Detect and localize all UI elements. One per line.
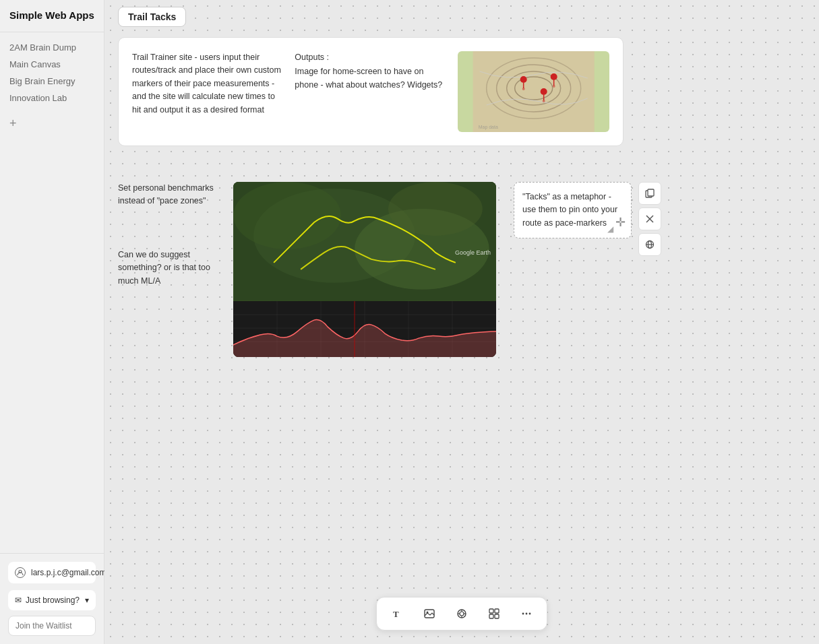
waitlist-input[interactable] (8, 616, 96, 636)
svg-rect-47 (489, 614, 493, 618)
benchmark-text: Set personal benchmarks instead of "pace… (118, 182, 222, 208)
earth-overlay: Google Earth (233, 182, 496, 357)
svg-point-17 (233, 182, 341, 249)
outputs-block: Outputs : Image for home-screen to have … (295, 51, 446, 132)
browsing-dropdown[interactable]: ✉ Just browsing? ▾ (8, 590, 96, 610)
sidebar-bottom: lars.p.j.c@gmail.com ✉ Just browsing? ▾ (0, 553, 104, 644)
svg-text:T: T (393, 609, 399, 619)
user-row: lars.p.j.c@gmail.com (8, 562, 96, 583)
image-tool-button[interactable] (419, 603, 440, 624)
svg-point-40 (460, 612, 464, 616)
svg-point-12 (552, 85, 555, 88)
grid-tool-button[interactable] (483, 603, 505, 624)
tab-label: Trail Tacks (128, 11, 176, 22)
svg-rect-1 (473, 51, 594, 132)
drag-handle[interactable]: ✛ (615, 214, 626, 232)
sidebar-item-2am[interactable]: 2AM Brain Dump (0, 39, 104, 56)
sticky-note-container: "Tacks" as a metaphor - use them to pin … (514, 182, 632, 238)
user-email: lars.p.j.c@gmail.com (31, 568, 107, 577)
outputs-label: Outputs : (295, 51, 446, 64)
content-card: Trail Trainer site - users input their r… (118, 37, 624, 146)
chevron-down-icon: ▾ (85, 595, 89, 605)
map-thumbnail: Map data (458, 51, 609, 132)
svg-point-18 (388, 182, 483, 236)
main-canvas: Trail Tacks Trail Trainer site - users i… (104, 0, 819, 644)
svg-point-10 (542, 100, 545, 102)
brain-tool-button[interactable] (451, 603, 473, 624)
user-icon (15, 567, 26, 578)
more-options-button[interactable] (516, 603, 537, 624)
sticky-actions (638, 182, 661, 256)
svg-point-49 (522, 613, 524, 615)
svg-text:Map data: Map data (478, 125, 497, 130)
svg-rect-45 (489, 609, 493, 613)
svg-rect-46 (495, 609, 499, 613)
description-text: Trail Trainer site - users input their r… (132, 51, 284, 132)
svg-point-11 (550, 73, 557, 80)
bottom-toolbar: T (376, 597, 547, 631)
sidebar-item-main-canvas[interactable]: Main Canvas (0, 56, 104, 73)
google-earth-image: Google Earth (233, 182, 496, 357)
envelope-icon: ✉ (15, 595, 22, 605)
svg-point-7 (520, 76, 526, 83)
copy-button[interactable] (638, 182, 661, 205)
resize-handle[interactable]: ◢ (607, 223, 613, 236)
svg-point-51 (529, 613, 531, 615)
svg-rect-48 (495, 614, 499, 618)
outputs-text: Image for home-screen to have on phone -… (295, 65, 446, 92)
svg-rect-30 (648, 189, 654, 196)
elevation-chart (233, 301, 496, 357)
second-row: Set personal benchmarks instead of "pace… (118, 182, 806, 357)
browsing-left: ✉ Just browsing? (15, 595, 80, 605)
add-workspace-button[interactable]: + (0, 113, 104, 134)
sidebar-title: Simple Web Apps (0, 9, 104, 32)
canvas-area: Trail Tacks Trail Trainer site - users i… (104, 0, 819, 644)
satellite-view: Google Earth (233, 182, 496, 301)
tab-bar: Trail Tacks (118, 7, 186, 27)
sticky-note: "Tacks" as a metaphor - use them to pin … (514, 182, 632, 238)
google-earth-label: Google Earth (455, 249, 491, 256)
svg-point-9 (540, 88, 547, 95)
globe-button[interactable] (638, 233, 661, 256)
sidebar-item-big-brain[interactable]: Big Brain Energy (0, 73, 104, 90)
text-column: Set personal benchmarks instead of "pace… (118, 182, 222, 288)
sticky-text: "Tacks" as a metaphor - use them to pin … (522, 192, 617, 228)
browsing-label: Just browsing? (26, 595, 80, 605)
suggest-text: Can we do suggest something? or is that … (118, 249, 222, 288)
trail-tacks-tab[interactable]: Trail Tacks (118, 7, 186, 27)
svg-point-8 (522, 88, 524, 90)
text-tool-button[interactable]: T (386, 603, 408, 624)
svg-point-50 (526, 613, 528, 615)
sidebar-item-innovation[interactable]: Innovation Lab (0, 90, 104, 106)
sidebar: Simple Web Apps 2AM Brain Dump Main Canv… (0, 0, 104, 644)
close-button[interactable] (638, 207, 661, 230)
